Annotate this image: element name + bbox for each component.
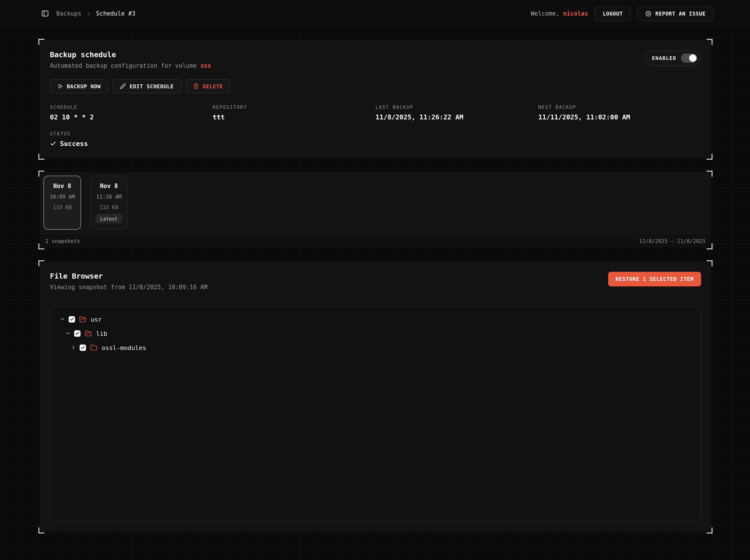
- chevron-right-icon: [86, 11, 92, 16]
- field-next-backup: NEXT BACKUP 11/11/2025, 11:02:00 AM: [538, 104, 701, 121]
- username: nicolas: [563, 10, 588, 17]
- delete-button[interactable]: DELETE: [186, 79, 231, 93]
- backup-now-label: BACKUP NOW: [67, 83, 101, 89]
- folder-icon: [90, 344, 97, 351]
- tree-item-name[interactable]: usr: [91, 316, 102, 323]
- enabled-label: ENABLED: [652, 55, 676, 61]
- breadcrumb: Backups Schedule #3: [56, 10, 135, 17]
- chevron-down-icon[interactable]: [59, 316, 65, 322]
- topbar: Backups Schedule #3 Welcome, nicolas LOG…: [0, 0, 750, 27]
- corner-bracket-decoration: [38, 154, 44, 160]
- breadcrumb-current: Schedule #3: [96, 10, 135, 17]
- snapshot-time: 11:26 AM: [96, 194, 122, 200]
- tree-row-lib: lib: [57, 326, 694, 340]
- snapshots-footer: 2 snapshots 11/8/2025 – 11/8/2025: [40, 233, 711, 248]
- folder-open-icon: [79, 316, 86, 323]
- corner-bracket-decoration: [38, 527, 44, 534]
- file-tree: usr lib: [50, 306, 701, 521]
- field-label: SCHEDULE: [50, 104, 213, 110]
- logout-button[interactable]: LOGOUT: [595, 6, 631, 21]
- panel-subtitle: Viewing snapshot from 11/8/2025, 10:09:1…: [50, 284, 208, 291]
- restore-selected-button[interactable]: RESTORE 1 SELECTED ITEM: [608, 272, 701, 286]
- report-issue-button[interactable]: REPORT AN ISSUE: [637, 6, 713, 21]
- panel-title: Backup schedule: [50, 50, 211, 59]
- field-label: LAST BACKUP: [375, 104, 538, 110]
- chevron-down-icon[interactable]: [65, 330, 71, 336]
- snapshot-date: Nov 8: [53, 183, 71, 189]
- field-label: NEXT BACKUP: [538, 104, 701, 110]
- corner-bracket-decoration: [38, 39, 44, 45]
- welcome-prefix: Welcome,: [531, 10, 559, 17]
- trash-icon: [193, 83, 199, 89]
- corner-bracket-decoration: [707, 154, 712, 160]
- snapshot-date-range: 11/8/2025 – 11/8/2025: [639, 238, 706, 244]
- pencil-icon: [120, 83, 126, 89]
- snapshots-panel: Nov 8 10:09 AM 133 KB Nov 8 11:26 AM 133…: [40, 172, 711, 248]
- checkbox-checked[interactable]: [80, 344, 86, 351]
- main-content: Backup schedule Automated backup configu…: [0, 27, 750, 532]
- toggle-switch[interactable]: [681, 54, 697, 63]
- panel-left-icon: [41, 9, 49, 17]
- status-value: Success: [60, 140, 88, 147]
- backup-now-button[interactable]: BACKUP NOW: [50, 79, 108, 93]
- edit-schedule-label: EDIT SCHEDULE: [130, 83, 174, 89]
- welcome-text: Welcome, nicolas: [531, 10, 588, 17]
- panel-subtitle: Automated backup configuration for volum…: [50, 62, 211, 69]
- folder-open-icon: [85, 329, 92, 337]
- field-value: 11/8/2025, 11:26:22 AM: [375, 114, 538, 121]
- snapshot-size: 133 KB: [99, 204, 118, 211]
- circle-x-icon: [645, 10, 652, 17]
- volume-name: sss: [200, 62, 211, 69]
- field-label: REPOSITORY: [213, 104, 376, 110]
- snapshot-date: Nov 8: [100, 183, 118, 189]
- chevron-right-icon[interactable]: [71, 344, 76, 351]
- play-icon: [57, 83, 63, 89]
- corner-bracket-decoration: [38, 260, 44, 266]
- panel-title: File Browser: [50, 272, 208, 280]
- edit-schedule-button[interactable]: EDIT SCHEDULE: [113, 79, 181, 93]
- snapshot-count: 2 snapshots: [45, 238, 80, 244]
- checkbox-checked[interactable]: [74, 330, 81, 337]
- corner-bracket-decoration: [707, 260, 712, 266]
- report-issue-label: REPORT AN ISSUE: [655, 10, 706, 17]
- checkbox-checked[interactable]: [68, 316, 75, 322]
- snapshot-card[interactable]: Nov 8 11:26 AM 133 KB Latest: [90, 176, 128, 230]
- snapshot-card-selected[interactable]: Nov 8 10:09 AM 133 KB: [43, 176, 81, 230]
- tree-row-ossl-modules: ossl-modules: [57, 340, 694, 355]
- subtitle-prefix: Automated backup configuration for volum…: [50, 62, 197, 69]
- field-status: STATUS Success: [50, 131, 213, 147]
- check-icon: [50, 140, 56, 147]
- field-repository: REPOSITORY ttt: [213, 104, 376, 121]
- file-browser-panel: File Browser Viewing snapshot from 11/8/…: [40, 262, 711, 532]
- field-schedule: SCHEDULE 02 10 * * 2: [50, 104, 213, 121]
- backup-schedule-panel: Backup schedule Automated backup configu…: [40, 40, 711, 158]
- breadcrumb-backups[interactable]: Backups: [56, 10, 81, 17]
- tree-item-name[interactable]: lib: [96, 329, 107, 337]
- sidebar-toggle-button[interactable]: [41, 9, 49, 17]
- enabled-toggle[interactable]: ENABLED: [644, 50, 701, 66]
- field-value: 11/11/2025, 11:02:00 AM: [538, 114, 701, 121]
- snapshot-size: 133 KB: [53, 204, 72, 211]
- latest-badge: Latest: [96, 214, 122, 223]
- field-last-backup: LAST BACKUP 11/8/2025, 11:26:22 AM: [375, 104, 538, 121]
- toggle-knob: [689, 55, 696, 62]
- field-label: STATUS: [50, 131, 213, 136]
- corner-bracket-decoration: [707, 39, 712, 45]
- tree-row-usr: usr: [57, 312, 694, 326]
- tree-item-name[interactable]: ossl-modules: [102, 344, 146, 351]
- field-value: 02 10 * * 2: [50, 114, 213, 121]
- delete-label: DELETE: [203, 83, 223, 89]
- corner-bracket-decoration: [707, 527, 712, 534]
- field-value: ttt: [213, 114, 376, 121]
- page-background: Backups Schedule #3 Welcome, nicolas LOG…: [0, 0, 750, 560]
- snapshot-time: 10:09 AM: [50, 194, 75, 200]
